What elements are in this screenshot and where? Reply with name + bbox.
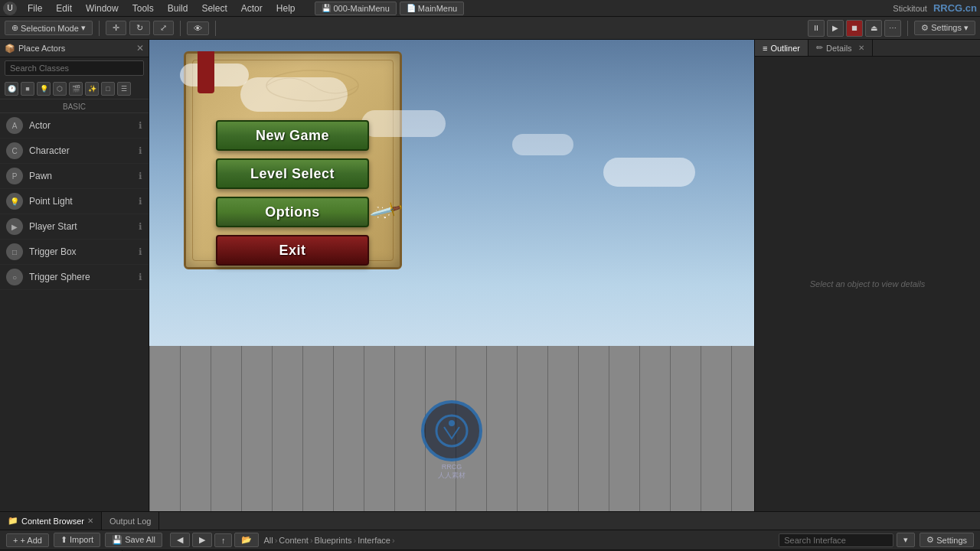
stop-btn[interactable]: ⏹	[846, 20, 863, 37]
settings-gear-icon: ⚙	[926, 535, 934, 545]
menu-file[interactable]: File	[21, 2, 48, 15]
search-filter-btn[interactable]: ▾	[897, 533, 915, 547]
nav-forward-btn[interactable]: ▶	[192, 533, 212, 547]
actor-item-trigger-sphere[interactable]: ○ Trigger Sphere ℹ	[0, 265, 149, 290]
place-actors-close-btn[interactable]: ✕	[136, 43, 144, 54]
dropdown-arrow-icon: ▾	[81, 23, 86, 33]
lights-icon[interactable]: 💡	[37, 82, 51, 96]
volumes-icon[interactable]: □	[101, 82, 115, 96]
svg-point-2	[449, 420, 455, 426]
add-icon: +	[13, 536, 18, 545]
unreal-logo[interactable]: U	[3, 2, 17, 15]
menu-select[interactable]: Select	[195, 2, 233, 15]
trigger-box-info-icon[interactable]: ℹ	[139, 246, 142, 257]
separator2	[180, 21, 181, 36]
top-menu-bar: U File Edit Window Tools Build Select Ac…	[0, 0, 980, 17]
point-light-label: Point Light	[29, 196, 132, 207]
basic-icon[interactable]: ■	[21, 82, 34, 96]
point-light-avatar: 💡	[6, 193, 23, 210]
selection-mode-btn[interactable]: ⊕ Selection Mode ▾	[5, 21, 93, 35]
trigger-sphere-label: Trigger Sphere	[29, 272, 132, 282]
rotate-btn[interactable]: ↻	[129, 21, 150, 35]
separator	[99, 21, 100, 36]
save-all-button[interactable]: 💾 Save All	[105, 533, 162, 547]
pawn-info-icon[interactable]: ℹ	[139, 171, 142, 181]
new-game-button[interactable]: New Game	[216, 120, 369, 151]
nav-content-btn[interactable]: 📂	[234, 533, 259, 547]
trigger-sphere-info-icon[interactable]: ℹ	[139, 272, 142, 282]
menu-window[interactable]: Window	[80, 2, 125, 15]
options-button[interactable]: Options	[216, 197, 369, 227]
bottom-toolbar: + + Add ⬆ Import 💾 Save All ◀ ▶ ↑ 📂 All …	[0, 530, 980, 550]
breadcrumb-blueprints[interactable]: Blueprints	[315, 536, 352, 545]
trigger-sphere-avatar: ○	[6, 269, 23, 285]
cloud-4	[512, 134, 573, 155]
add-button[interactable]: + + Add	[6, 533, 49, 547]
bottom-area: 📁 Content Browser ✕ Output Log + + Add ⬆…	[0, 511, 980, 551]
project-tab[interactable]: 💾 000-MainMenu	[315, 2, 396, 15]
content-browser-close-btn[interactable]: ✕	[87, 517, 93, 525]
details-close-btn[interactable]: ✕	[858, 44, 864, 52]
pawn-avatar: P	[6, 168, 23, 184]
player-start-info-icon[interactable]: ℹ	[139, 221, 142, 232]
bottom-settings-btn[interactable]: ⚙ Settings	[920, 533, 974, 547]
character-info-icon[interactable]: ℹ	[139, 145, 142, 156]
actor-item-actor[interactable]: A Actor ℹ	[0, 113, 149, 139]
watermark-circle	[421, 400, 482, 461]
settings-btn[interactable]: ⚙ Settings ▾	[914, 21, 975, 35]
actor-item-player-start[interactable]: ▶ Player Start ℹ	[0, 214, 149, 240]
content-search-input[interactable]	[779, 533, 893, 547]
watermark-text: RRCG人人素材	[421, 463, 482, 481]
scale-btn[interactable]: ⤢	[153, 21, 174, 35]
menu-help[interactable]: Help	[270, 2, 302, 15]
cinematic-icon[interactable]: 🎬	[69, 82, 83, 96]
menu-tools[interactable]: Tools	[126, 2, 160, 15]
view-btn[interactable]: 👁	[187, 21, 209, 35]
basic-section-label: BASIC	[0, 99, 149, 113]
cloud-3	[361, 110, 446, 137]
play-btn[interactable]: ▶	[827, 20, 844, 37]
viewport[interactable]: New Game Level Select Options 🗡️ Exit	[149, 40, 754, 511]
output-log-tab[interactable]: Output Log	[102, 512, 159, 530]
breadcrumb-content[interactable]: Content	[279, 536, 309, 545]
nav-back-btn[interactable]: ◀	[170, 533, 190, 547]
all-classes-icon[interactable]: ☰	[117, 82, 131, 96]
recently-placed-icon[interactable]: 🕐	[5, 82, 18, 96]
breadcrumb-interface[interactable]: Interface	[358, 536, 390, 545]
actor-icon-bar: 🕐 ■ 💡 ⬡ 🎬 ✨ □ ☰	[0, 79, 149, 99]
editor-tab[interactable]: 📄 MainMenu	[400, 2, 464, 15]
player-start-label: Player Start	[29, 221, 132, 232]
transform-btn[interactable]: ✛	[106, 21, 126, 35]
actor-item-pawn[interactable]: P Pawn ℹ	[0, 164, 149, 189]
actor-info-icon[interactable]: ℹ	[139, 120, 142, 131]
eject-btn[interactable]: ⏏	[865, 20, 882, 37]
actor-item-trigger-box[interactable]: □ Trigger Box ℹ	[0, 240, 149, 265]
shapes-icon[interactable]: ⬡	[53, 82, 67, 96]
player-start-avatar: ▶	[6, 218, 23, 235]
place-actors-panel: 📦 Place Actors ✕ 🕐 ■ 💡 ⬡ 🎬 ✨ □ ☰ BASIC A…	[0, 40, 149, 511]
content-browser-tab[interactable]: 📁 Content Browser ✕	[0, 512, 102, 530]
outliner-tab[interactable]: ≡ Outliner	[755, 40, 808, 56]
pawn-label: Pawn	[29, 171, 132, 181]
exit-button[interactable]: Exit	[216, 235, 369, 266]
more-btn[interactable]: ⋯	[884, 20, 901, 37]
menu-actor[interactable]: Actor	[235, 2, 269, 15]
level-select-button[interactable]: Level Select	[216, 158, 369, 189]
details-tab[interactable]: ✏ Details ✕	[808, 40, 873, 56]
menu-edit[interactable]: Edit	[50, 2, 78, 15]
pause-btn[interactable]: ⏸	[808, 20, 825, 37]
right-panel-content: Select an object to view details	[755, 57, 980, 511]
search-classes-input[interactable]	[5, 60, 144, 76]
breadcrumb-all[interactable]: All	[263, 536, 273, 545]
visual-icon[interactable]: ✨	[85, 82, 99, 96]
separator3	[215, 21, 216, 36]
options-row: Options 🗡️	[216, 197, 369, 227]
nav-up-btn[interactable]: ↑	[214, 533, 233, 547]
point-light-info-icon[interactable]: ℹ	[139, 196, 142, 207]
bottom-tabs: 📁 Content Browser ✕ Output Log	[0, 512, 980, 530]
actor-item-character[interactable]: C Character ℹ	[0, 139, 149, 164]
import-button[interactable]: ⬆ Import	[54, 533, 100, 547]
menu-build[interactable]: Build	[162, 2, 194, 15]
separator4	[907, 21, 908, 36]
actor-item-point-light[interactable]: 💡 Point Light ℹ	[0, 189, 149, 214]
